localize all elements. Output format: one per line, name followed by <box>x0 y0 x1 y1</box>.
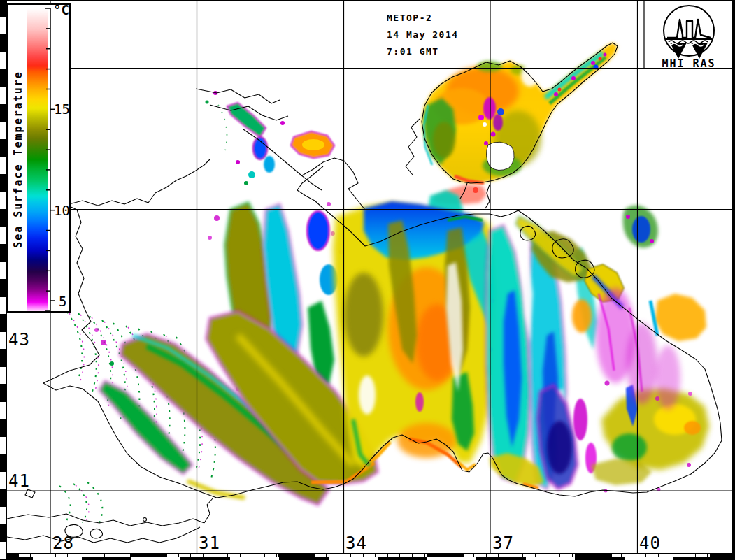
lon-label-34: 34 <box>345 533 367 553</box>
logo-emblem <box>664 6 714 59</box>
colorbar-title: Sea Surface Temperature <box>12 71 24 248</box>
frame-edge-right <box>732 0 735 560</box>
colorbar-tick-10: 10 <box>54 203 75 217</box>
lon-label-28: 28 <box>52 533 74 553</box>
image-header: METOP-2 14 May 2014 7:01 GMT <box>387 10 459 60</box>
scanline-artifacts <box>59 105 227 526</box>
colorbar-unit-label: °C <box>53 2 69 17</box>
acquisition-date: 14 May 2014 <box>387 27 459 43</box>
lat-label-43: 43 <box>8 330 30 350</box>
colorbar-tick-15: 15 <box>54 101 75 115</box>
black-sea-data <box>94 91 709 505</box>
colorbar-tick-5: 5 <box>59 294 80 308</box>
latitude-ruler <box>0 0 7 560</box>
sst-map-product: Sea Surface Temperature °C 15 10 5 METOP… <box>0 0 735 560</box>
longitude-ruler-major <box>7 557 735 560</box>
frame-edge-top <box>0 0 735 1</box>
lon-label-31: 31 <box>199 533 220 553</box>
map-canvas <box>0 0 735 560</box>
satellite-name: METOP-2 <box>387 10 459 27</box>
acquisition-time: 7:01 GMT <box>387 43 459 60</box>
lat-label-41: 41 <box>8 471 30 491</box>
lon-label-37: 37 <box>492 533 514 553</box>
logo-text: MHI RAS <box>656 57 722 70</box>
lon-label-40: 40 <box>639 533 661 553</box>
